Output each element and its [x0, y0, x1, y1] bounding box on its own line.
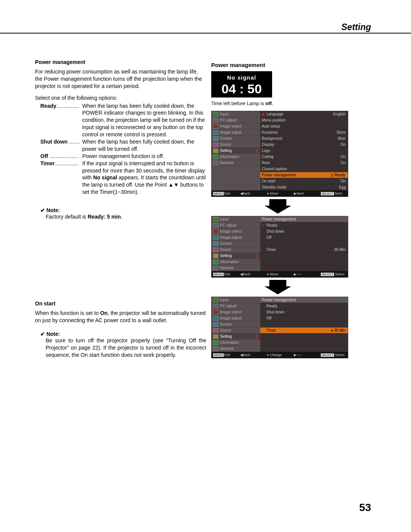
sidebar-item-information[interactable]: Information — [212, 259, 260, 265]
screen-icon — [213, 136, 218, 141]
menu-row-label: Timer — [266, 328, 276, 332]
setting-icon — [213, 149, 218, 153]
sidebar-item-label: Setting — [220, 149, 232, 153]
menu-row-label: Timer — [266, 248, 276, 252]
image-adjust-icon — [213, 316, 218, 321]
menu-row-language[interactable]: ◆LanguageEnglish — [260, 111, 348, 117]
submenu-header: Power management — [260, 297, 348, 303]
dots: ................ — [55, 160, 78, 166]
off-term: Off — [40, 153, 48, 159]
footer-hint: ▶----- — [294, 272, 319, 276]
sidebar-item-image-adjust[interactable]: Image adjust — [212, 235, 260, 241]
menu-row-power-management[interactable]: Power management▮ Ready — [260, 172, 348, 178]
menu-row-display[interactable]: DisplayOn — [260, 142, 348, 148]
def-off: Off .................... Power managemen… — [40, 153, 206, 160]
sidebar-item-network[interactable]: Network — [212, 346, 260, 352]
menu-row-value: On — [341, 155, 346, 159]
menu-row-ready[interactable]: Ready — [260, 303, 348, 309]
menu-row-keystone[interactable]: KeystoneStore — [260, 129, 348, 136]
sidebar-item-label: Image adjust — [220, 130, 242, 134]
sidebar-item-information[interactable]: Information — [212, 154, 260, 160]
menu-row-on-start[interactable]: On startOn — [260, 178, 348, 184]
sidebar-item-screen[interactable]: Screen — [212, 321, 260, 328]
menu-row-off[interactable]: Off — [260, 315, 348, 321]
sidebar-item-image-select[interactable]: Image select — [212, 123, 260, 129]
sidebar-item-label: Image select — [220, 124, 242, 128]
page-title: Setting — [341, 22, 371, 32]
sidebar-item-pc-adjust[interactable]: PC adjust — [212, 117, 260, 123]
menu-row-closed-caption[interactable]: Closed caption — [260, 166, 348, 172]
shutdown-term: Shut down — [40, 139, 68, 145]
menu-row-menu-position[interactable]: Menu position — [260, 117, 348, 123]
key-label-icon: MENU — [213, 273, 224, 276]
menu-row-rear[interactable]: RearOn — [260, 160, 348, 166]
footer-hint: ◀Back — [240, 353, 266, 357]
menu-row-standby-mode[interactable]: Standby modeEco — [260, 184, 348, 190]
sidebar-item-network[interactable]: Network — [212, 160, 260, 166]
sidebar-item-setting[interactable]: Setting❮ — [212, 253, 260, 259]
sidebar-item-image-adjust[interactable]: Image adjust — [212, 129, 260, 136]
sidebar-item-information[interactable]: Information — [212, 340, 260, 346]
sidebar-item-label: Network — [220, 347, 234, 351]
menu-row-value: ▮ Ready — [331, 173, 346, 177]
osd1-footer: MENUExit◀Back♦ Move▶NextSELECTNext — [212, 190, 348, 197]
sidebar-item-screen[interactable]: Screen — [212, 136, 260, 142]
sidebar-item-label: Network — [220, 161, 234, 165]
menu-row-ceiling[interactable]: CeilingOn — [260, 154, 348, 160]
menu-row-label: Menu position — [262, 118, 285, 122]
menu-row-ready[interactable]: ✔Ready — [260, 222, 348, 228]
sidebar-item-label: Image select — [220, 310, 242, 314]
sidebar-item-input[interactable]: Input — [212, 297, 260, 303]
sidebar-item-label: Image adjust — [220, 316, 242, 320]
sidebar-item-label: Screen — [220, 241, 232, 246]
menu-row-label: Auto setup — [262, 124, 280, 128]
screen-icon — [213, 322, 218, 327]
image-select-icon — [213, 124, 218, 129]
footer-hint: MENUExit — [213, 272, 239, 276]
sidebar-item-pc-adjust[interactable]: PC adjust — [212, 222, 260, 228]
sidebar-item-label: Screen — [220, 322, 232, 326]
sidebar-item-image-select[interactable]: Image select — [212, 309, 260, 315]
dots: ....... — [68, 139, 80, 145]
key-label-icon: SELECT — [321, 273, 334, 276]
sidebar-item-setting[interactable]: Setting❮ — [212, 334, 260, 340]
shutdown-body: When the lamp has been fully cooled down… — [82, 138, 206, 153]
sidebar-item-sound[interactable]: Sound — [212, 247, 260, 253]
menu-row-label: Rear — [262, 161, 270, 165]
spin-icon: ♦ — [331, 328, 334, 332]
menu-row-shut-down[interactable]: Shut down — [260, 228, 348, 235]
menu-row-shut-down[interactable]: Shut down — [260, 309, 348, 315]
menu-row-label: Off — [266, 316, 271, 320]
page-number: 53 — [359, 502, 371, 514]
sidebar-item-sound[interactable]: Sound — [212, 142, 260, 148]
footer-hint: ▶----- — [294, 353, 319, 357]
sidebar-item-sound[interactable]: Sound — [212, 328, 260, 334]
note-1: ✔ Note: Factory default is Ready: 5 min. — [40, 207, 206, 220]
sidebar-item-input[interactable]: Input — [212, 216, 260, 222]
sound-icon — [213, 328, 218, 333]
sidebar-item-screen[interactable]: Screen — [212, 241, 260, 247]
pc-adjust-icon — [213, 118, 218, 123]
sidebar-item-input[interactable]: Input — [212, 111, 260, 117]
menu-row-auto-setup[interactable]: Auto setup — [260, 123, 348, 129]
def-timer: Timer................ If the input signa… — [40, 160, 206, 196]
note-1-label: ✔ Note: — [40, 207, 206, 213]
footer-hint: SELECTNext — [321, 192, 346, 195]
sidebar-item-network[interactable]: Network — [212, 265, 260, 271]
sidebar-item-image-select[interactable]: Image select — [212, 228, 260, 235]
menu-row-timer[interactable]: Timer30 Min — [260, 247, 348, 253]
sidebar-item-pc-adjust[interactable]: PC adjust — [212, 303, 260, 309]
sidebar-item-setting[interactable]: Setting❮ — [212, 148, 260, 154]
menu-row-value: On — [341, 161, 346, 165]
sidebar-item-image-adjust[interactable]: Image adjust — [212, 315, 260, 321]
menu-row-logo[interactable]: Logo — [260, 148, 348, 154]
menu-row-timer[interactable]: Timer♦ 30 Min — [260, 328, 348, 334]
menu-row-label: Standby mode — [262, 185, 287, 189]
menu-row-off[interactable]: Off — [260, 235, 348, 241]
information-icon — [213, 155, 218, 159]
key-label-icon: SELECT — [321, 192, 334, 195]
menu-row-background[interactable]: BackgroundBlue — [260, 136, 348, 142]
sidebar-item-label: Input — [220, 298, 228, 302]
pc-adjust-icon — [213, 304, 218, 308]
input-icon — [213, 298, 218, 302]
